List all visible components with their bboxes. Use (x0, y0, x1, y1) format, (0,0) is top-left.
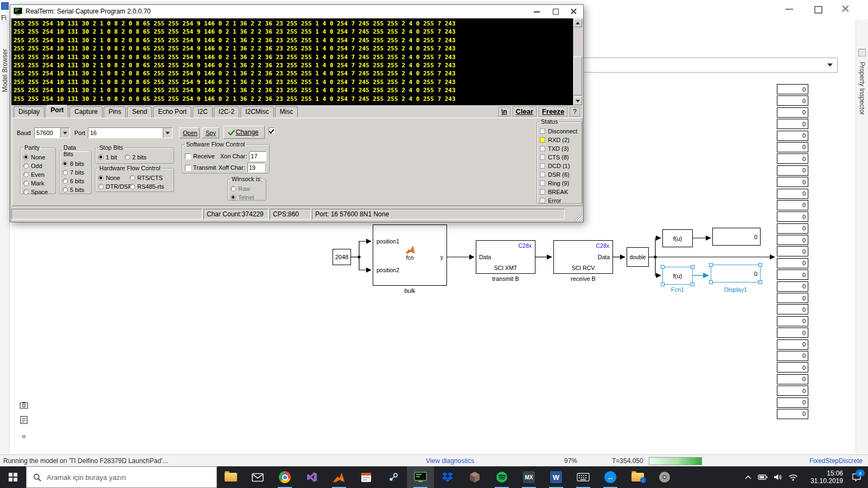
dropbox-icon[interactable] (434, 466, 461, 488)
change-confirm-checkbox[interactable] (269, 127, 275, 133)
fcn1-block[interactable]: f(u) (662, 267, 693, 285)
data-bits-radio[interactable]: 8 bits (62, 159, 88, 168)
change-button[interactable]: Change (224, 126, 265, 139)
chevron-down-icon[interactable] (60, 128, 69, 138)
baud-select[interactable]: 57600 (34, 127, 70, 138)
vector-display-cell: 0 (777, 339, 808, 350)
tab[interactable]: I2C-2 (214, 106, 239, 118)
open-button[interactable]: Open (179, 127, 200, 138)
collapse-toolbar-button[interactable]: « (18, 430, 29, 441)
tab[interactable]: Port (46, 105, 68, 118)
chevron-down-icon[interactable] (163, 128, 172, 138)
tab[interactable]: Capture (69, 106, 103, 118)
tab[interactable]: Echo Port (153, 106, 192, 118)
status-indicator: TXD (3) (540, 144, 579, 153)
solver-link[interactable]: FixedStepDiscrete (809, 457, 863, 465)
constant-block[interactable]: 2048 (333, 249, 351, 265)
clock[interactable]: 15:06 31.10.2019 (801, 470, 845, 485)
scroll-down-icon[interactable] (573, 97, 582, 105)
parity-radio[interactable]: Mark (23, 179, 53, 187)
mobaxterm-icon[interactable]: MX (515, 466, 542, 488)
file-explorer-icon[interactable] (217, 466, 244, 488)
terminal-output[interactable]: 255 255 254 10 131 30 2 1 0 8 2 0 8 65 2… (11, 18, 582, 105)
hardware-flow-radio[interactable]: None (98, 174, 130, 182)
parity-radio[interactable]: None (23, 153, 53, 161)
resize-grip[interactable] (575, 213, 582, 220)
view-diagnostics-link[interactable]: View diagnostics (426, 457, 474, 465)
cube-app-icon[interactable] (461, 466, 488, 488)
gray-app-icon[interactable] (651, 466, 678, 488)
word-icon[interactable]: W (542, 466, 570, 488)
scrollbar-thumb[interactable] (573, 56, 582, 95)
tray-chevron-up-icon[interactable] (741, 466, 755, 488)
hardware-flow-radio[interactable]: RTS/CTS (130, 174, 171, 182)
folder-shortcut-icon[interactable]: ↓ (624, 466, 651, 488)
terminal-scrollbar[interactable] (573, 18, 582, 105)
realterm-icon[interactable] (407, 466, 434, 488)
calendar-icon[interactable] (353, 466, 380, 488)
winsock-radio[interactable]: Raw (231, 184, 263, 192)
xoff-char-input[interactable] (247, 163, 265, 172)
stop-bits-radio[interactable]: 2 bits (125, 153, 146, 161)
keyboard-icon[interactable] (570, 466, 597, 488)
receive-checkbox[interactable]: Receive (185, 152, 215, 160)
clear-button[interactable]: Clear (513, 106, 537, 117)
steam-icon[interactable] (380, 466, 407, 488)
spotify-icon[interactable] (488, 466, 515, 488)
tab[interactable]: Pins (104, 106, 126, 118)
parity-radio[interactable]: Space (23, 188, 53, 196)
data-type-conversion-block[interactable]: double (627, 247, 649, 267)
visual-studio-icon[interactable] (298, 466, 326, 488)
stop-bits-radio[interactable]: 1 bit (98, 153, 117, 161)
hardware-flow-radio[interactable]: RS485-rts (130, 182, 171, 190)
sci-rcv-block[interactable]: C28x Data SCI RCV (553, 240, 613, 274)
maximize-icon[interactable] (546, 5, 565, 18)
teamviewer-icon[interactable]: ↔ (597, 466, 624, 488)
status-led-icon (540, 198, 545, 203)
parity-radio[interactable]: Odd (23, 162, 53, 170)
data-bits-radio[interactable]: 6 bits (62, 177, 88, 185)
parity-radio[interactable]: Even (23, 170, 53, 178)
mail-icon[interactable] (244, 466, 271, 488)
port-select[interactable]: 16 (88, 127, 173, 138)
network-wifi-icon[interactable] (786, 466, 801, 488)
annotation-note-button[interactable] (18, 414, 29, 425)
tab[interactable]: I2C (193, 106, 213, 118)
fcn-block[interactable]: f(u) (662, 229, 693, 247)
transmit-checkbox[interactable]: Transmit (185, 164, 216, 172)
scroll-up-icon[interactable] (573, 18, 582, 27)
tab[interactable]: Misc (275, 106, 298, 118)
bulk-subsystem-block[interactable]: position1 position2 y fcn (373, 224, 447, 286)
tab[interactable]: I2CMisc (240, 106, 273, 118)
terminal-line: 255 255 254 10 131 30 2 1 0 8 2 0 8 65 2… (14, 69, 571, 78)
realterm-app-icon (14, 8, 22, 15)
realterm-titlebar[interactable]: RealTerm: Serial Capture Program 2.0.0.7… (10, 5, 583, 18)
data-port-label: Data (598, 254, 610, 260)
matlab-icon[interactable] (326, 466, 353, 488)
action-center-icon[interactable]: 4 (845, 466, 868, 488)
chrome-icon[interactable] (271, 466, 298, 488)
annotation-image-button[interactable] (18, 400, 29, 410)
tab[interactable]: Send (127, 106, 152, 118)
tab[interactable]: Display (14, 106, 44, 118)
display-block[interactable]: 0 (712, 228, 761, 246)
xon-char-input[interactable] (249, 151, 266, 161)
volume-icon[interactable] (770, 466, 786, 488)
data-bits-radio[interactable]: 7 bits (62, 168, 88, 176)
minimize-icon[interactable] (528, 5, 546, 18)
close-icon[interactable] (565, 5, 583, 18)
spy-button[interactable]: Spy (202, 127, 219, 138)
start-button[interactable] (0, 466, 26, 488)
display1-block[interactable]: 0 (711, 265, 761, 282)
search-box[interactable]: Aramak için buraya yazın (26, 466, 217, 488)
sci-xmt-block[interactable]: C28x Data SCI XMT (476, 240, 535, 274)
freeze-button[interactable]: Freeze (539, 106, 567, 117)
hardware-flow-radio[interactable]: DTR/DSR (98, 182, 130, 190)
fcn-expression: f(u) (673, 235, 682, 242)
help-button[interactable]: ? (570, 107, 580, 117)
newline-button[interactable]: \n (498, 107, 510, 117)
winsock-radio[interactable]: Telnet (231, 193, 263, 201)
data-bits-radio[interactable]: 5 bits (62, 185, 88, 194)
battery-icon[interactable] (755, 466, 770, 488)
vector-display-block[interactable]: 00000000000000000000000000000 (777, 84, 808, 419)
